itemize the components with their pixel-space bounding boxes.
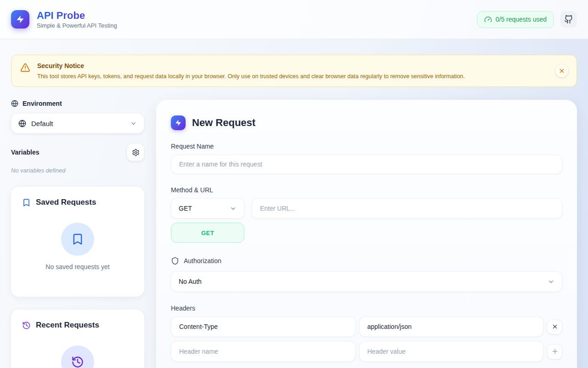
- security-notice-banner: Security Notice This tool stores API key…: [11, 55, 577, 87]
- method-url-row: GET: [171, 198, 562, 218]
- github-icon: [564, 15, 573, 24]
- headers-label: Headers: [171, 305, 562, 312]
- security-notice-description: This tool stores API keys, tokens, and r…: [37, 73, 465, 80]
- globe-icon: [18, 120, 26, 127]
- authorization-section-header: Authorization: [171, 257, 562, 265]
- saved-requests-card: Saved Requests No saved requests yet: [11, 187, 144, 297]
- panel-header: New Request: [171, 115, 562, 130]
- warning-triangle-icon: [20, 63, 30, 73]
- method-url-label: Method & URL: [171, 186, 562, 194]
- security-notice-text: Security Notice This tool stores API key…: [37, 62, 465, 80]
- shield-icon: [171, 257, 179, 265]
- environment-section-header: Environment: [11, 100, 144, 107]
- variables-settings-button[interactable]: [127, 144, 144, 161]
- app-header: API Probe Simple & Powerful API Testing …: [0, 0, 588, 39]
- method-select-value: GET: [179, 205, 192, 212]
- chevron-down-icon: [548, 278, 554, 285]
- globe-icon: [11, 100, 18, 107]
- app-title-group: API Probe Simple & Powerful API Testing: [37, 10, 117, 29]
- history-icon: [61, 345, 94, 368]
- zap-icon: [16, 15, 25, 24]
- remove-header-button[interactable]: [547, 319, 562, 334]
- add-header-button[interactable]: [547, 344, 562, 359]
- header-row: [171, 316, 562, 337]
- method-select[interactable]: GET: [171, 198, 244, 218]
- bookmark-icon: [61, 223, 94, 256]
- chevron-down-icon: [230, 205, 237, 212]
- chevron-down-icon: [130, 120, 137, 127]
- header-value-input[interactable]: [359, 341, 544, 362]
- request-name-input[interactable]: [171, 155, 562, 174]
- environment-label: Environment: [23, 100, 62, 107]
- app-title: API Probe: [37, 10, 117, 21]
- auth-type-select[interactable]: No Auth: [171, 271, 562, 292]
- banner-close-button[interactable]: [555, 64, 568, 77]
- zap-icon: [171, 115, 186, 130]
- header-actions: 0/5 requests used: [477, 11, 577, 28]
- auth-type-select-value: No Auth: [179, 278, 202, 285]
- saved-requests-empty-state: No saved requests yet: [22, 207, 133, 270]
- security-notice-title: Security Notice: [37, 62, 465, 69]
- variables-label: Variables: [11, 149, 40, 156]
- usage-badge-label: 0/5 requests used: [496, 16, 547, 23]
- saved-requests-title: Saved Requests: [36, 198, 96, 207]
- new-request-panel: New Request Request Name Method & URL GE…: [156, 100, 577, 368]
- page-body: Security Notice This tool stores API key…: [0, 39, 588, 368]
- plus-icon: [551, 348, 559, 355]
- app-logo: [11, 10, 29, 29]
- saved-requests-empty-text: No saved requests yet: [45, 263, 109, 270]
- recent-requests-empty-state: [22, 330, 133, 368]
- recent-requests-header: Recent Requests: [22, 321, 133, 330]
- url-input[interactable]: [252, 198, 562, 218]
- header-row: [171, 341, 562, 362]
- sidebar: Environment Default Variables No: [11, 100, 144, 368]
- send-request-button[interactable]: GET: [171, 223, 244, 243]
- recent-requests-card: Recent Requests: [11, 310, 144, 368]
- saved-requests-header: Saved Requests: [22, 198, 133, 207]
- x-icon: [552, 323, 558, 330]
- gauge-icon: [484, 16, 492, 23]
- recent-requests-title: Recent Requests: [36, 321, 99, 330]
- header-value-input[interactable]: [359, 316, 544, 337]
- authorization-label: Authorization: [184, 257, 221, 264]
- environment-select[interactable]: Default: [11, 113, 144, 133]
- usage-badge: 0/5 requests used: [477, 11, 554, 28]
- request-name-label: Request Name: [171, 143, 562, 150]
- variables-section-header: Variables: [11, 144, 144, 161]
- content-area: Environment Default Variables No: [11, 100, 577, 368]
- header-name-input[interactable]: [171, 341, 356, 362]
- bookmark-icon: [22, 198, 31, 207]
- header-name-input[interactable]: [171, 316, 356, 337]
- panel-title: New Request: [192, 117, 255, 129]
- close-icon: [559, 68, 565, 74]
- github-button[interactable]: [560, 11, 577, 28]
- history-icon: [22, 321, 31, 330]
- environment-select-value: Default: [31, 120, 53, 127]
- gear-icon: [132, 149, 140, 156]
- app-subtitle: Simple & Powerful API Testing: [37, 22, 117, 29]
- variables-empty-text: No variables defined: [11, 167, 144, 174]
